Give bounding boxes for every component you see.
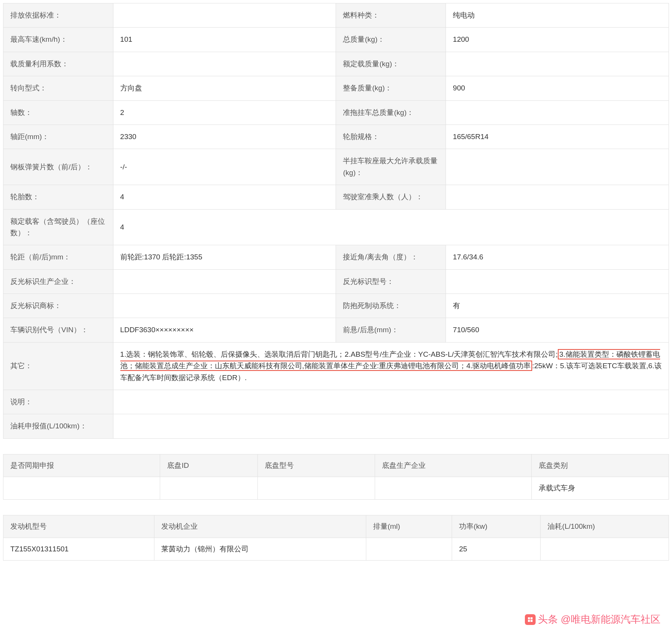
table-row: 说明： [3, 390, 669, 414]
spec-label: 转向型式： [3, 76, 113, 100]
col-header: 油耗(L/100km) [541, 515, 669, 538]
spec-label: 反光标识生产企业： [3, 269, 113, 294]
table-row: 轴数： 2 准拖挂车总质量(kg)： [3, 100, 669, 125]
cell: 25 [452, 538, 541, 560]
spec-label: 反光标识商标： [3, 294, 113, 318]
spec-label: 半挂车鞍座最大允许承载质量(kg)： [336, 149, 446, 185]
spec-value: 17.6/34.6 [446, 245, 669, 269]
spec-value: 2330 [113, 125, 336, 149]
table-row: 转向型式： 方向盘 整备质量(kg)： 900 [3, 76, 669, 100]
table-row: 反光标识生产企业： 反光标识型号： [3, 269, 669, 294]
spec-value: 纯电动 [446, 3, 669, 28]
cell: 莱茵动力（锦州）有限公司 [154, 538, 366, 560]
table-row: 轮距（前/后)mm： 前轮距:1370 后轮距:1355 接近角/离去角（度）：… [3, 245, 669, 269]
table-header-row: 发动机型号 发动机企业 排量(ml) 功率(kw) 油耗(L/100km) [3, 515, 669, 538]
col-header: 功率(kw) [452, 515, 541, 538]
spec-label: 额定载质量(kg)： [336, 52, 446, 76]
spec-label: 接近角/离去角（度）： [336, 245, 446, 269]
table-row: 载质量利用系数： 额定载质量(kg)： [3, 52, 669, 76]
spec-label: 额定载客（含驾驶员）（座位数）： [3, 209, 113, 245]
spec-label: 准拖挂车总质量(kg)： [336, 100, 446, 125]
spec-label: 最高车速(km/h)： [3, 28, 113, 52]
spec-value: 4 [113, 209, 669, 245]
spec-value: 710/560 [446, 318, 669, 342]
table-row: 轮胎数： 4 驾驶室准乘人数（人）： [3, 185, 669, 209]
col-header: 底盘型号 [257, 454, 375, 477]
spec-label: 燃料种类： [336, 3, 446, 28]
table-row: 油耗申报值(L/100km)： [3, 414, 669, 438]
chassis-table: 是否同期申报 底盘ID 底盘型号 底盘生产企业 底盘类别 承载式车身 [3, 454, 669, 500]
cell [257, 477, 375, 499]
cell [366, 538, 452, 560]
spec-label: 载质量利用系数： [3, 52, 113, 76]
spec-label: 轮距（前/后)mm： [3, 245, 113, 269]
spec-value: -/- [113, 149, 336, 185]
spec-label: 轴距(mm)： [3, 125, 113, 149]
spec-label: 钢板弹簧片数（前/后）： [3, 149, 113, 185]
spec-label: 轮胎规格： [336, 125, 446, 149]
spec-label: 其它： [3, 342, 113, 390]
spec-value [113, 390, 669, 414]
spec-value: 1200 [446, 28, 669, 52]
table-row: 额定载客（含驾驶员）（座位数）： 4 [3, 209, 669, 245]
col-header: 发动机企业 [154, 515, 366, 538]
spec-value: 4 [113, 185, 336, 209]
spec-label: 防抱死制动系统： [336, 294, 446, 318]
cell [541, 538, 669, 560]
other-pre: 1.选装：钢轮装饰罩、铝轮毂、后保摄像头、选装取消后背门钥匙孔；2.ABS型号/… [120, 350, 558, 358]
spec-value [113, 269, 336, 294]
spec-label: 车辆识别代号（VIN）： [3, 318, 113, 342]
spec-label: 油耗申报值(L/100km)： [3, 414, 113, 438]
spec-value: 165/65R14 [446, 125, 669, 149]
spec-value [113, 3, 336, 28]
table-row: 车辆识别代号（VIN）： LDDF3630××××××××× 前悬/后悬(mm)… [3, 318, 669, 342]
cell [375, 477, 532, 499]
spec-value [446, 100, 669, 125]
spec-value: 900 [446, 76, 669, 100]
spec-value: 前轮距:1370 后轮距:1355 [113, 245, 336, 269]
spec-label: 排放依据标准： [3, 3, 113, 28]
spec-value: LDDF3630××××××××× [113, 318, 336, 342]
cell: TZ155X01311501 [3, 538, 154, 560]
spec-label: 整备质量(kg)： [336, 76, 446, 100]
spec-label: 总质量(kg)： [336, 28, 446, 52]
table-row: 最高车速(km/h)： 101 总质量(kg)： 1200 [3, 28, 669, 52]
spec-value-other: 1.选装：钢轮装饰罩、铝轮毂、后保摄像头、选装取消后背门钥匙孔；2.ABS型号/… [113, 342, 669, 390]
table-row: 轴距(mm)： 2330 轮胎规格： 165/65R14 [3, 125, 669, 149]
spec-value [446, 52, 669, 76]
spec-value [446, 149, 669, 185]
spec-value: 2 [113, 100, 336, 125]
col-header: 是否同期申报 [3, 454, 160, 477]
table-row: TZ155X01311501 莱茵动力（锦州）有限公司 25 [3, 538, 669, 560]
spec-value: 101 [113, 28, 336, 52]
spec-value [446, 269, 669, 294]
spec-value [113, 414, 669, 438]
spec-label: 驾驶室准乘人数（人）： [336, 185, 446, 209]
spec-value [113, 52, 336, 76]
cell [3, 477, 160, 499]
table-row: 反光标识商标： 防抱死制动系统： 有 [3, 294, 669, 318]
table-row: 钢板弹簧片数（前/后）： -/- 半挂车鞍座最大允许承载质量(kg)： [3, 149, 669, 185]
cell [160, 477, 258, 499]
table-header-row: 是否同期申报 底盘ID 底盘型号 底盘生产企业 底盘类别 [3, 454, 669, 477]
cell: 承载式车身 [532, 477, 669, 499]
spec-value: 方向盘 [113, 76, 336, 100]
spec-label: 反光标识型号： [336, 269, 446, 294]
table-row: 承载式车身 [3, 477, 669, 499]
spec-value: 有 [446, 294, 669, 318]
spec-label: 说明： [3, 390, 113, 414]
table-row: 排放依据标准： 燃料种类： 纯电动 [3, 3, 669, 28]
spec-label: 前悬/后悬(mm)： [336, 318, 446, 342]
col-header: 底盘生产企业 [375, 454, 532, 477]
spec-label: 轴数： [3, 100, 113, 125]
col-header: 排量(ml) [366, 515, 452, 538]
col-header: 底盘ID [160, 454, 258, 477]
table-row-other: 其它： 1.选装：钢轮装饰罩、铝轮毂、后保摄像头、选装取消后背门钥匙孔；2.AB… [3, 342, 669, 390]
spec-label: 轮胎数： [3, 185, 113, 209]
specs-table: 排放依据标准： 燃料种类： 纯电动 最高车速(km/h)： 101 总质量(kg… [3, 3, 669, 439]
col-header: 发动机型号 [3, 515, 154, 538]
spec-value [446, 185, 669, 209]
spec-value [113, 294, 336, 318]
col-header: 底盘类别 [532, 454, 669, 477]
engine-table: 发动机型号 发动机企业 排量(ml) 功率(kw) 油耗(L/100km) TZ… [3, 515, 669, 561]
